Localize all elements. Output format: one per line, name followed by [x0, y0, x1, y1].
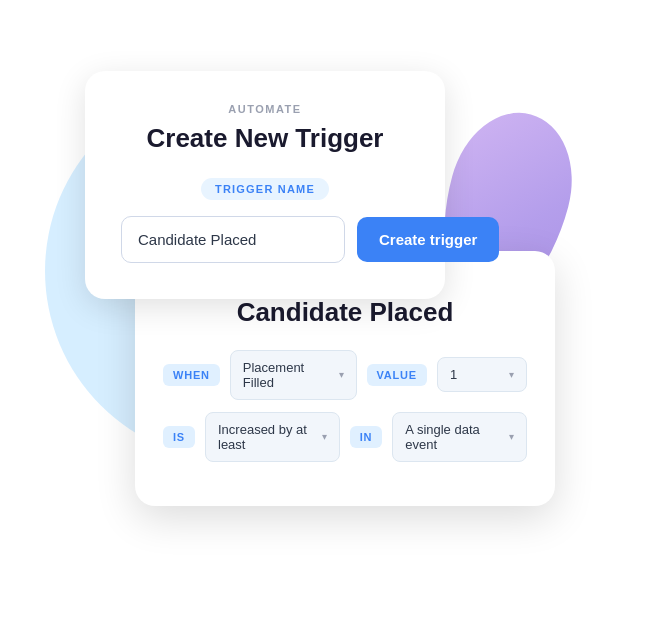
placement-filled-dropdown[interactable]: Placement Filled ▾ [230, 350, 357, 400]
value-number: 1 [450, 367, 457, 382]
chevron-down-icon-3: ▾ [322, 431, 327, 442]
value-badge: VALUE [367, 364, 427, 386]
single-data-event-dropdown[interactable]: A single data event ▾ [392, 412, 527, 462]
chevron-down-icon-2: ▾ [509, 369, 514, 380]
filter-row-1: WHEN Placement Filled ▾ VALUE 1 ▾ [163, 350, 527, 400]
trigger-name-badge-container: TRIGGER NAME [121, 178, 409, 200]
chevron-down-icon-4: ▾ [509, 431, 514, 442]
create-trigger-title: Create New Trigger [121, 123, 409, 154]
increased-by-dropdown[interactable]: Increased by at least ▾ [205, 412, 340, 462]
create-trigger-card: AUTOMATE Create New Trigger TRIGGER NAME… [85, 71, 445, 299]
is-badge: IS [163, 426, 195, 448]
single-data-event-value: A single data event [405, 422, 497, 452]
create-trigger-button[interactable]: Create trigger [357, 217, 499, 262]
increased-by-value: Increased by at least [218, 422, 310, 452]
placement-filled-value: Placement Filled [243, 360, 327, 390]
trigger-name-badge: TRIGGER NAME [201, 178, 329, 200]
chevron-down-icon: ▾ [339, 369, 344, 380]
trigger-name-input[interactable] [121, 216, 345, 263]
in-badge: IN [350, 426, 383, 448]
automate-label: AUTOMATE [121, 103, 409, 115]
trigger-input-row: Create trigger [121, 216, 409, 263]
filter-row-2: IS Increased by at least ▾ IN A single d… [163, 412, 527, 462]
candidate-placed-title: Candidate Placed [163, 297, 527, 328]
value-dropdown[interactable]: 1 ▾ [437, 357, 527, 392]
when-badge: WHEN [163, 364, 220, 386]
scene: AUTOMATE Create New Trigger TRIGGER NAME… [25, 31, 625, 611]
